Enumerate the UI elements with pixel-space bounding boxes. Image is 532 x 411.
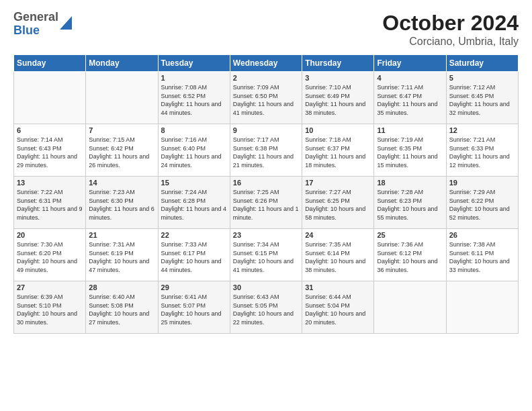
table-row: 16Sunrise: 7:25 AMSunset: 6:26 PMDayligh… (230, 177, 302, 229)
week-row-1: 1Sunrise: 7:08 AMSunset: 6:52 PMDaylight… (14, 72, 519, 124)
cell-content: Daylight: 10 hours and 27 minutes. (89, 310, 154, 326)
calendar-header: Sunday Monday Tuesday Wednesday Thursday… (14, 55, 519, 72)
cell-content: Sunset: 6:42 PM (89, 144, 154, 153)
cell-content: Sunset: 6:47 PM (377, 92, 443, 101)
day-number: 12 (449, 126, 515, 134)
cell-content: Sunrise: 7:29 AM (449, 188, 515, 197)
day-number: 15 (161, 179, 227, 187)
day-number: 2 (233, 74, 299, 82)
cell-content: Daylight: 10 hours and 22 minutes. (233, 310, 299, 326)
cell-content: Sunrise: 7:25 AM (233, 188, 299, 197)
table-row: 11Sunrise: 7:19 AMSunset: 6:35 PMDayligh… (374, 124, 446, 177)
calendar-title: October 2024 (382, 11, 519, 36)
cell-content: Daylight: 11 hours and 12 minutes. (449, 152, 515, 169)
cell-content: Sunrise: 7:34 AM (233, 240, 299, 249)
cell-content: Sunrise: 7:18 AM (305, 136, 371, 144)
cell-content: Sunrise: 6:41 AM (161, 293, 227, 302)
cell-content: Sunrise: 7:36 AM (377, 240, 443, 249)
cell-content: Sunset: 6:28 PM (161, 197, 227, 205)
title-block: October 2024 Corciano, Umbria, Italy (382, 11, 519, 48)
cell-content: Sunset: 5:08 PM (89, 302, 154, 310)
table-row: 3Sunrise: 7:10 AMSunset: 6:49 PMDaylight… (302, 72, 374, 124)
table-row: 1Sunrise: 7:08 AMSunset: 6:52 PMDaylight… (158, 72, 230, 124)
day-number: 3 (305, 74, 371, 82)
col-wednesday: Wednesday (230, 55, 302, 72)
cell-content: Sunset: 6:33 PM (449, 144, 515, 153)
col-monday: Monday (86, 55, 158, 72)
cell-content: Sunset: 6:43 PM (17, 144, 83, 153)
day-number: 31 (305, 283, 371, 291)
table-row: 6Sunrise: 7:14 AMSunset: 6:43 PMDaylight… (14, 124, 86, 177)
cell-content: Sunrise: 7:09 AM (233, 83, 299, 92)
cell-content: Sunset: 5:10 PM (17, 302, 83, 310)
calendar-subtitle: Corciano, Umbria, Italy (382, 36, 519, 48)
table-row (446, 281, 518, 334)
cell-content: Sunset: 6:12 PM (377, 249, 443, 258)
day-number: 25 (377, 231, 443, 239)
cell-content: Sunrise: 7:16 AM (161, 136, 227, 144)
cell-content: Sunset: 6:31 PM (17, 197, 83, 205)
cell-content: Sunrise: 7:27 AM (305, 188, 371, 197)
cell-content: Daylight: 11 hours and 15 minutes. (377, 152, 443, 169)
cell-content: Sunrise: 7:23 AM (89, 188, 154, 197)
cell-content: Sunset: 6:50 PM (233, 92, 299, 101)
cell-content: Sunset: 6:45 PM (449, 92, 515, 101)
table-row (86, 72, 158, 124)
table-row: 19Sunrise: 7:29 AMSunset: 6:22 PMDayligh… (446, 177, 518, 229)
day-number: 21 (89, 231, 154, 239)
calendar-body: 1Sunrise: 7:08 AMSunset: 6:52 PMDaylight… (14, 72, 519, 334)
cell-content: Daylight: 10 hours and 55 minutes. (377, 205, 443, 222)
day-number: 7 (89, 126, 154, 134)
table-row: 27Sunrise: 6:39 AMSunset: 5:10 PMDayligh… (14, 281, 86, 334)
day-number: 9 (233, 126, 299, 134)
table-row: 14Sunrise: 7:23 AMSunset: 6:30 PMDayligh… (86, 177, 158, 229)
table-row: 20Sunrise: 7:30 AMSunset: 6:20 PMDayligh… (14, 229, 86, 281)
cell-content: Sunrise: 7:35 AM (305, 240, 371, 249)
logo: General Blue (13, 11, 72, 38)
cell-content: Daylight: 10 hours and 41 minutes. (233, 257, 299, 274)
table-row: 15Sunrise: 7:24 AMSunset: 6:28 PMDayligh… (158, 177, 230, 229)
col-thursday: Thursday (302, 55, 374, 72)
cell-content: Daylight: 11 hours and 38 minutes. (305, 100, 371, 117)
cell-content: Sunset: 6:26 PM (233, 197, 299, 205)
day-number: 23 (233, 231, 299, 239)
cell-content: Daylight: 10 hours and 47 minutes. (89, 257, 154, 274)
table-row: 9Sunrise: 7:17 AMSunset: 6:38 PMDaylight… (230, 124, 302, 177)
cell-content: Sunrise: 7:38 AM (449, 240, 515, 249)
day-number: 26 (449, 231, 515, 239)
cell-content: Daylight: 11 hours and 1 minute. (233, 205, 299, 222)
table-row: 4Sunrise: 7:11 AMSunset: 6:47 PMDaylight… (374, 72, 446, 124)
day-number: 24 (305, 231, 371, 239)
cell-content: Sunset: 6:49 PM (305, 92, 371, 101)
cell-content: Sunset: 6:17 PM (161, 249, 227, 258)
cell-content: Sunrise: 7:10 AM (305, 83, 371, 92)
table-row: 2Sunrise: 7:09 AMSunset: 6:50 PMDaylight… (230, 72, 302, 124)
week-row-4: 20Sunrise: 7:30 AMSunset: 6:20 PMDayligh… (14, 229, 519, 281)
cell-content: Daylight: 11 hours and 24 minutes. (161, 152, 227, 169)
cell-content: Daylight: 11 hours and 35 minutes. (377, 100, 443, 117)
cell-content: Daylight: 10 hours and 49 minutes. (17, 257, 83, 274)
col-saturday: Saturday (446, 55, 518, 72)
day-number: 4 (377, 74, 443, 82)
table-row: 10Sunrise: 7:18 AMSunset: 6:37 PMDayligh… (302, 124, 374, 177)
col-sunday: Sunday (14, 55, 86, 72)
logo-triangle-icon (60, 16, 72, 30)
cell-content: Sunrise: 7:19 AM (377, 136, 443, 144)
cell-content: Sunset: 6:14 PM (305, 249, 371, 258)
cell-content: Daylight: 11 hours and 4 minutes. (161, 205, 227, 222)
cell-content: Sunset: 6:40 PM (161, 144, 227, 153)
cell-content: Daylight: 11 hours and 44 minutes. (161, 100, 227, 117)
day-number: 11 (377, 126, 443, 134)
cell-content: Daylight: 11 hours and 21 minutes. (233, 152, 299, 169)
table-row: 7Sunrise: 7:15 AMSunset: 6:42 PMDaylight… (86, 124, 158, 177)
cell-content: Sunset: 6:15 PM (233, 249, 299, 258)
cell-content: Daylight: 11 hours and 6 minutes. (89, 205, 154, 222)
cell-content: Sunrise: 6:40 AM (89, 293, 154, 302)
table-row: 30Sunrise: 6:43 AMSunset: 5:05 PMDayligh… (230, 281, 302, 334)
cell-content: Daylight: 10 hours and 25 minutes. (161, 310, 227, 326)
cell-content: Daylight: 10 hours and 44 minutes. (161, 257, 227, 274)
week-row-2: 6Sunrise: 7:14 AMSunset: 6:43 PMDaylight… (14, 124, 519, 177)
table-row: 29Sunrise: 6:41 AMSunset: 5:07 PMDayligh… (158, 281, 230, 334)
day-number: 29 (161, 283, 227, 291)
cell-content: Sunset: 6:30 PM (89, 197, 154, 205)
